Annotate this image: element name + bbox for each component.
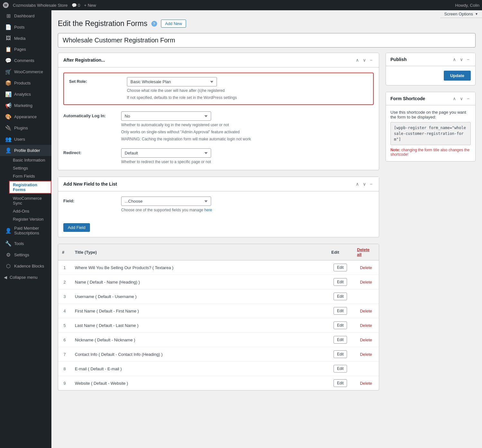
publish-close-btn[interactable]: − [466,56,471,63]
edit-button[interactable]: Edit [334,293,347,300]
add-field-down-btn[interactable]: ∨ [362,181,367,187]
update-button[interactable]: Update [444,71,471,81]
screen-options-bar[interactable]: Screen Options ▼ [440,10,482,18]
col-num-header: # [58,244,71,260]
content-columns: After Registration... ∧ ∨ − Set Role: [58,53,476,397]
after-registration-title: After Registration... [63,57,105,63]
dashboard-icon: ⊞ [5,13,12,19]
row-edit-cell: Edit [327,362,353,376]
sidebar-sub-add-ons[interactable]: Add-Ons [9,207,51,215]
edit-button[interactable]: Edit [334,379,347,387]
edit-button[interactable]: Edit [334,278,347,286]
delete-link[interactable]: Delete [360,280,372,285]
add-field-close-btn[interactable]: − [369,181,374,187]
set-role-row: Set Role: Basic Wholesale Plan Subscribe… [69,77,368,101]
field-select-row: Field: ...Choose Choose one of the suppo… [63,197,374,213]
sidebar-item-label: Comments [14,58,34,63]
wp-logo-icon[interactable]: W [3,2,9,8]
redirect-select[interactable]: Default Custom URL Previous Page [121,148,211,158]
sidebar-item-media[interactable]: 🖼 Media [0,33,51,44]
edit-button[interactable]: Edit [334,264,347,271]
row-number: 4 [58,304,71,318]
table-row: 3Username ( Default - Username )Edit [58,289,379,304]
edit-button[interactable]: Edit [334,336,347,344]
shortcode-down-btn[interactable]: ∨ [459,95,464,102]
add-new-button[interactable]: Add New [161,20,186,28]
delete-link[interactable]: Delete [360,352,372,357]
shortcode-close-btn[interactable]: − [466,95,471,102]
auto-login-help-1: Whether to automatically log in the newl… [121,122,374,128]
row-number: 6 [58,333,71,347]
sidebar-item-marketing[interactable]: 📢 Marketing [0,100,51,111]
sidebar-sub-woocommerce-sync[interactable]: WooCommerce Sync [9,194,51,207]
sidebar-item-profile-builder[interactable]: 👤 Profile Builder [0,145,51,156]
comments-link[interactable]: 💬 0 [72,3,80,8]
sidebar-item-appearance[interactable]: 🎨 Appearance [0,111,51,122]
set-role-select[interactable]: Basic Wholesale Plan Subscriber Customer… [127,77,217,86]
delete-link[interactable]: Delete [360,338,372,342]
analytics-icon: 📊 [5,91,12,97]
form-title-input[interactable] [58,33,476,48]
sidebar-sub-registration-forms[interactable]: Registration Forms [9,181,51,194]
table-row: 8E-mail ( Default - E-mail )Edit [58,362,379,376]
panel-close-btn[interactable]: − [369,57,374,63]
sidebar-sub-register-version[interactable]: Register Version [9,215,51,223]
edit-button[interactable]: Edit [334,350,347,358]
delete-all-link[interactable]: Delete all [357,247,370,257]
sidebar-item-tools[interactable]: 🔧 Tools [0,238,51,249]
sidebar-item-users[interactable]: 👥 Users [0,134,51,145]
sidebar-item-dashboard[interactable]: ⊞ Dashboard [0,10,51,22]
add-field-up-btn[interactable]: ∧ [354,181,360,187]
sidebar-sub-form-fields[interactable]: Form Fields [9,172,51,180]
delete-link[interactable]: Delete [360,265,372,270]
svg-text:W: W [4,4,7,7]
new-content-btn[interactable]: + New [84,3,96,8]
sidebar-item-analytics[interactable]: 📊 Analytics [0,89,51,100]
sidebar-item-woocommerce[interactable]: 🛒 WooCommerce [0,66,51,77]
panel-collapse-down-btn[interactable]: ∨ [362,57,367,63]
kadence-icon: ⬡ [5,263,12,269]
sidebar-item-label: Profile Builder [14,148,40,153]
screen-options-label: Screen Options [444,12,473,16]
table-row: 7Contact Info ( Default - Contact Info (… [58,347,379,362]
shortcode-panel: Form Shortcode ∧ ∨ − Use this shortcode … [386,92,476,162]
panel-collapse-up-btn[interactable]: ∧ [354,57,360,63]
sidebar-item-kadence[interactable]: ⬡ Kadence Blocks [0,260,51,272]
auto-login-select[interactable]: No Yes [121,111,211,121]
role-help-1: Choose what role the user will have afte… [127,88,368,93]
sidebar-item-posts[interactable]: 📄 Posts [0,22,51,33]
add-field-button[interactable]: Add Field [63,223,90,232]
col-title-header: Title (Type) [71,244,327,260]
help-icon[interactable]: ? [151,21,157,27]
edit-button[interactable]: Edit [334,365,347,373]
field-select[interactable]: ...Choose [121,197,211,206]
sidebar-sub-basic-information[interactable]: Basic Information [9,156,51,164]
row-number: 5 [58,318,71,333]
site-name-link[interactable]: Cozmoslabs Wholesale Store [13,3,68,8]
sidebar-item-comments[interactable]: 💬 Comments [0,55,51,66]
delete-link[interactable]: Delete [360,323,372,328]
sidebar-item-label: Analytics [14,92,31,97]
field-help-link[interactable]: here [204,208,212,212]
sidebar-item-label: Users [14,137,25,142]
after-registration-header[interactable]: After Registration... ∧ ∨ − [58,53,379,67]
delete-link[interactable]: Delete [360,309,372,313]
sidebar-item-settings[interactable]: ⚙ Settings [0,249,51,260]
collapse-menu-btn[interactable]: ◀ Collapse menu [0,272,51,283]
publish-up-btn[interactable]: ∧ [451,56,457,63]
sidebar-item-plugins[interactable]: 🔌 Plugins [0,122,51,134]
sidebar-item-label: Settings [14,252,29,257]
sidebar-item-pages[interactable]: 📋 Pages [0,44,51,55]
sidebar-item-label: Products [14,81,31,85]
publish-down-btn[interactable]: ∨ [459,56,464,63]
add-field-panel-header[interactable]: Add New Field to the List ∧ ∨ − [58,177,379,191]
shortcode-up-btn[interactable]: ∧ [451,95,457,102]
delete-link[interactable]: Delete [360,381,372,386]
sidebar-item-products[interactable]: 📦 Products [0,77,51,89]
edit-button[interactable]: Edit [334,307,347,315]
sidebar-sub-settings[interactable]: Settings [9,164,51,172]
new-label: New [88,3,96,8]
edit-button[interactable]: Edit [334,321,347,329]
row-title: Website ( Default - Website ) [71,376,327,391]
sidebar-item-paid-member[interactable]: 👤 Paid Member Subscriptions [0,223,51,238]
